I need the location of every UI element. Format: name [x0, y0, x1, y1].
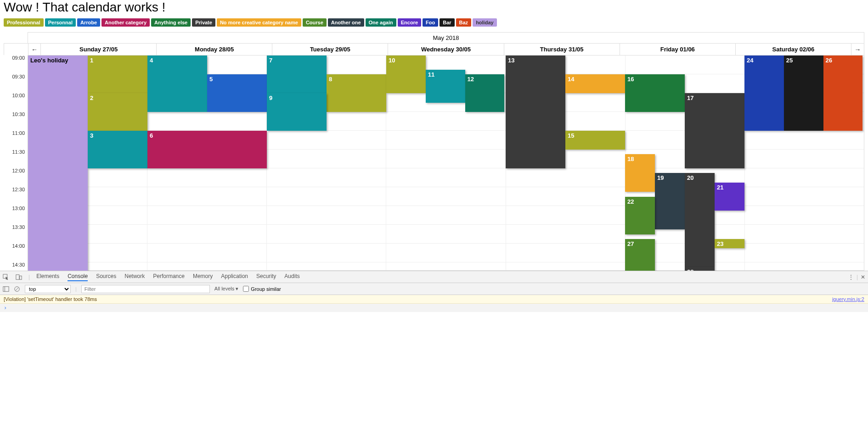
devtools-close-icon[interactable]: ✕ [861, 274, 865, 280]
calendar-event[interactable]: 4 [147, 56, 207, 112]
category-pill[interactable]: Arrobe [77, 18, 100, 27]
svg-rect-2 [20, 276, 22, 279]
category-pill[interactable]: Another category [101, 18, 150, 27]
calendar-event[interactable]: 7 [267, 56, 327, 93]
category-pill[interactable]: One again [366, 18, 396, 27]
calendar-event[interactable]: 26 [823, 56, 863, 131]
day-header: Monday 28/05 [157, 44, 272, 55]
time-label: 13:30 [4, 224, 28, 243]
time-label: 10:30 [4, 111, 28, 130]
calendar-event[interactable]: 27 [625, 239, 655, 271]
console-prompt[interactable]: › [0, 304, 868, 312]
calendar-event[interactable]: 16 [625, 74, 685, 112]
devtools-tabs: | ElementsConsoleSourcesNetworkPerforman… [0, 271, 868, 283]
calendar-event[interactable]: 5 [207, 74, 267, 112]
time-label: 12:00 [4, 168, 28, 187]
calendar-event[interactable]: 17 [685, 93, 744, 168]
devtools-panel: | ElementsConsoleSourcesNetworkPerforman… [0, 271, 868, 312]
all-day-event[interactable]: Leo's holiday [28, 56, 88, 271]
svg-rect-3 [3, 286, 9, 291]
calendar-event[interactable]: 12 [465, 74, 505, 112]
devtools-tab[interactable]: Elements [36, 273, 59, 281]
svg-rect-1 [16, 274, 19, 279]
category-pill[interactable]: holiday [473, 18, 497, 27]
category-pill[interactable]: Baz [456, 18, 472, 27]
devtools-tab[interactable]: Performance [153, 273, 185, 281]
calendar: May 2018 ← Sunday 27/05Monday 28/05Tuesd… [0, 32, 868, 271]
category-pill[interactable]: Another one [328, 18, 364, 27]
calendar-event[interactable]: 1 [88, 56, 147, 93]
calendar-event[interactable]: 24 [744, 56, 784, 131]
context-select[interactable]: top [25, 285, 71, 293]
devtools-tab[interactable]: Network [124, 273, 145, 281]
calendar-event[interactable]: 15 [565, 131, 625, 150]
category-list: ProfessionnalPersonnalArrobeAnother cate… [0, 18, 868, 32]
calendar-event[interactable]: 14 [565, 74, 625, 93]
calendar-event[interactable]: 19 [655, 173, 685, 229]
calendar-event[interactable]: 21 [715, 183, 744, 211]
category-pill[interactable]: Encore [398, 18, 421, 27]
calendar-event[interactable]: 28 [685, 267, 715, 271]
device-icon[interactable] [16, 274, 22, 280]
category-pill[interactable]: No more creative category name [217, 18, 301, 27]
time-label: 13:00 [4, 206, 28, 224]
devtools-tab[interactable]: Memory [193, 273, 213, 281]
calendar-event[interactable]: 25 [784, 56, 823, 131]
group-similar-label: Group similar [251, 286, 281, 292]
inspect-icon[interactable] [3, 274, 9, 280]
category-pill[interactable]: Private [192, 18, 215, 27]
console-source-link[interactable]: jquery.min.js:2 [832, 296, 864, 302]
category-pill[interactable]: Foo [423, 18, 438, 27]
calendar-event[interactable]: 9 [267, 93, 327, 131]
devtools-tab[interactable]: Console [68, 273, 88, 281]
calendar-month-label: May 2018 [28, 32, 864, 43]
category-pill[interactable]: Bar [440, 18, 454, 27]
devtools-more-icon[interactable]: ⋮ [848, 274, 854, 280]
clear-console-icon[interactable] [14, 286, 20, 292]
time-label: 14:30 [4, 262, 28, 271]
console-filter-input[interactable] [81, 285, 210, 293]
calendar-event[interactable]: 22 [625, 197, 655, 234]
calendar-event[interactable]: 6 [147, 131, 267, 168]
time-label: 09:30 [4, 74, 28, 93]
sidebar-toggle-icon[interactable] [3, 286, 9, 292]
calendar-event[interactable]: 8 [327, 74, 386, 112]
group-similar-checkbox[interactable] [243, 286, 249, 292]
category-pill[interactable]: Course [303, 18, 327, 27]
calendar-event[interactable]: 20 [685, 173, 715, 267]
time-label: 14:00 [4, 243, 28, 262]
day-header: Wednesday 30/05 [388, 44, 504, 55]
devtools-tab[interactable]: Audits [284, 273, 299, 281]
next-week-button[interactable]: → [851, 44, 864, 55]
time-label: 11:30 [4, 149, 28, 168]
time-label: 10:00 [4, 93, 28, 111]
day-header: Thursday 31/05 [504, 44, 620, 55]
devtools-tab[interactable]: Security [256, 273, 276, 281]
calendar-event[interactable]: 18 [625, 154, 655, 192]
category-pill[interactable]: Personnal [45, 18, 76, 27]
category-pill[interactable]: Anything else [151, 18, 191, 27]
calendar-event[interactable]: 11 [426, 70, 465, 103]
day-header: Tuesday 29/05 [272, 44, 388, 55]
calendar-grid[interactable]: Leo's holiday123456789101112131415161718… [28, 55, 864, 271]
calendar-event[interactable]: 3 [88, 131, 147, 168]
calendar-event[interactable]: 2 [88, 93, 147, 131]
console-message: [Violation] 'setTimeout' handler took 78… [0, 295, 868, 304]
devtools-tab[interactable]: Application [221, 273, 248, 281]
time-label: 12:30 [4, 187, 28, 206]
time-label: 11:00 [4, 130, 28, 149]
page-title: Wow ! That calendar works ! [0, 0, 868, 18]
prev-week-button[interactable]: ← [28, 44, 41, 55]
time-column: 09:0009:3010:0010:3011:0011:3012:0012:30… [4, 55, 28, 271]
time-label: 09:00 [4, 55, 28, 74]
log-levels-dropdown[interactable]: All levels ▾ [214, 286, 238, 292]
category-pill[interactable]: Professionnal [4, 18, 44, 27]
calendar-event[interactable]: 10 [386, 56, 426, 93]
day-header: Sunday 27/05 [41, 44, 157, 55]
day-header: Saturday 02/06 [736, 44, 851, 55]
devtools-tab[interactable]: Sources [96, 273, 116, 281]
day-header: Friday 01/06 [620, 44, 736, 55]
calendar-event[interactable]: 13 [506, 56, 565, 168]
calendar-event[interactable]: 23 [715, 239, 744, 249]
console-toolbar: top | All levels ▾ Group similar [0, 283, 868, 295]
